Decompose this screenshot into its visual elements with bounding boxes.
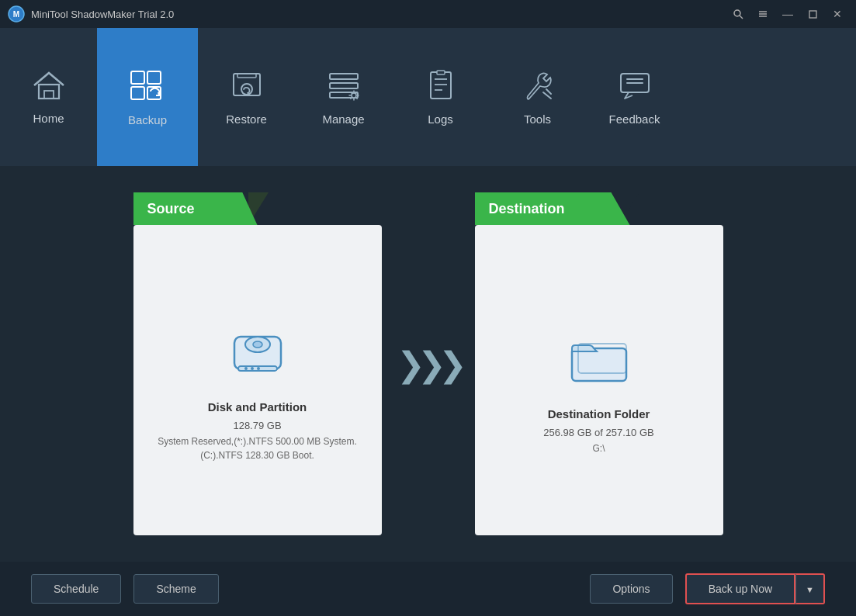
bottom-bar: Schedule Scheme Options Back up Now ▼ <box>0 562 856 616</box>
svg-line-27 <box>546 89 551 94</box>
search-button[interactable] <box>727 6 749 22</box>
nav-item-backup[interactable]: Backup <box>97 28 198 166</box>
svg-rect-12 <box>131 87 144 99</box>
manage-icon <box>326 69 362 106</box>
nav-item-feedback[interactable]: Feedback <box>586 28 683 166</box>
svg-rect-17 <box>330 74 358 79</box>
nav-label-manage: Manage <box>322 112 364 126</box>
nav-label-backup: Backup <box>128 113 167 126</box>
forward-arrows-icon: ❯❯❯ <box>397 344 459 384</box>
nav-label-home: Home <box>33 112 64 125</box>
source-disk-icon <box>223 321 293 386</box>
svg-rect-18 <box>330 83 358 88</box>
maximize-button[interactable] <box>802 6 823 22</box>
title-bar: M MiniTool ShadowMaker Trial 2.0 — ✕ <box>0 0 856 28</box>
svg-rect-15 <box>237 74 256 78</box>
destination-size: 256.98 GB of 257.10 GB <box>543 427 653 438</box>
svg-rect-25 <box>437 71 445 74</box>
source-detail: System Reserved,(*:).NTFS 500.00 MB Syst… <box>158 434 357 462</box>
app-logo-icon: M <box>8 5 25 22</box>
nav-item-restore[interactable]: Restore <box>198 28 295 166</box>
restore-icon <box>229 69 265 106</box>
destination-card-wrapper: Destination Destination Folder 256.98 GB… <box>475 192 723 535</box>
app-title: MiniTool ShadowMaker Trial 2.0 <box>31 9 174 20</box>
svg-point-20 <box>352 93 356 98</box>
svg-text:M: M <box>13 10 19 19</box>
home-icon <box>31 70 67 106</box>
feedback-icon <box>617 69 653 106</box>
svg-point-31 <box>253 341 262 348</box>
destination-header-text: Destination <box>489 201 565 217</box>
nav-bar: Home Backup <box>0 28 856 166</box>
svg-rect-36 <box>572 348 626 381</box>
svg-rect-7 <box>809 11 816 18</box>
logs-icon <box>423 69 459 106</box>
source-card-body[interactable]: Disk and Partition 128.79 GB System Rese… <box>133 225 382 535</box>
backup-area: Source <box>31 189 825 538</box>
nav-label-tools: Tools <box>524 112 551 126</box>
source-card-wrapper: Source <box>133 192 382 535</box>
nav-label-logs: Logs <box>428 112 453 126</box>
close-button[interactable]: ✕ <box>827 6 848 22</box>
menu-button[interactable] <box>752 6 774 22</box>
minimize-button[interactable]: — <box>777 6 799 22</box>
svg-point-34 <box>251 367 254 370</box>
maximize-icon <box>809 10 817 19</box>
title-bar-controls: — ✕ <box>727 6 848 22</box>
backup-now-button[interactable]: Back up Now <box>685 573 795 604</box>
destination-title: Destination Folder <box>548 407 650 420</box>
nav-item-manage[interactable]: Manage <box>295 28 392 166</box>
source-size: 128.79 GB <box>233 420 281 431</box>
nav-item-logs[interactable]: Logs <box>392 28 489 166</box>
title-bar-left: M MiniTool ShadowMaker Trial 2.0 <box>8 5 174 22</box>
svg-point-33 <box>244 367 248 370</box>
scheme-button[interactable]: Scheme <box>133 574 218 604</box>
schedule-button[interactable]: Schedule <box>31 574 121 604</box>
backup-icon <box>127 68 168 107</box>
source-header-text: Source <box>147 201 195 217</box>
main-content: Source <box>0 166 856 562</box>
destination-card-body[interactable]: Destination Folder 256.98 GB of 257.10 G… <box>475 225 723 535</box>
svg-rect-9 <box>44 91 54 99</box>
svg-rect-10 <box>131 71 144 84</box>
svg-point-2 <box>734 10 740 16</box>
destination-path: G:\ <box>592 441 605 455</box>
svg-point-35 <box>257 367 260 370</box>
dropdown-arrow-icon: ▼ <box>806 585 814 594</box>
backup-now-dropdown-button[interactable]: ▼ <box>795 573 825 604</box>
svg-rect-11 <box>147 71 161 84</box>
svg-line-3 <box>740 16 743 19</box>
menu-icon <box>757 9 768 19</box>
source-title: Disk and Partition <box>208 400 307 414</box>
nav-label-restore: Restore <box>226 112 267 126</box>
svg-rect-8 <box>39 85 59 99</box>
arrow-area: ❯❯❯ <box>382 344 475 384</box>
options-button[interactable]: Options <box>590 574 672 604</box>
search-icon <box>733 9 743 19</box>
nav-label-feedback: Feedback <box>609 112 660 126</box>
nav-item-tools[interactable]: Tools <box>489 28 586 166</box>
nav-item-home[interactable]: Home <box>0 28 97 166</box>
bottom-left-buttons: Schedule Scheme <box>31 574 219 604</box>
bottom-right-buttons: Options Back up Now ▼ <box>590 573 825 604</box>
svg-rect-21 <box>431 72 451 99</box>
tools-icon <box>520 69 556 106</box>
destination-folder-icon <box>564 328 634 393</box>
